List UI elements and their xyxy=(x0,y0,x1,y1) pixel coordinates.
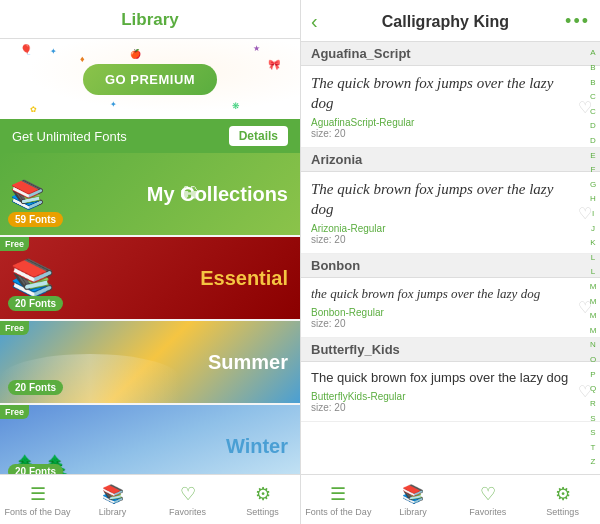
summer-decoration xyxy=(0,354,180,403)
right-library-label: Library xyxy=(399,507,427,517)
alpha-a[interactable]: A xyxy=(590,49,595,57)
right-fonts-day-icon: ☰ xyxy=(330,483,346,505)
aguafina-name: AguafinaScript-Regular xyxy=(311,117,570,128)
font-item-bonbon[interactable]: the quick brown fox jumps over the lazy … xyxy=(301,278,600,338)
section-butterfly-label: Butterfly_Kids xyxy=(311,342,400,357)
library-nav-label: Library xyxy=(99,507,127,517)
library-nav-icon: 📚 xyxy=(102,483,124,505)
library-title: Library xyxy=(121,10,179,29)
alpha-b1[interactable]: B xyxy=(590,64,595,72)
alpha-m2[interactable]: M xyxy=(590,298,597,306)
section-arizonia: Arizonia xyxy=(301,148,600,172)
details-button[interactable]: Details xyxy=(229,126,288,146)
butterfly-preview: The quick brown fox jumps over the lazy … xyxy=(311,370,570,387)
right-library-icon: 📚 xyxy=(402,483,424,505)
section-aguafina-label: Aguafina_Script xyxy=(311,46,411,61)
alpha-m3[interactable]: M xyxy=(590,312,597,320)
alpha-f[interactable]: F xyxy=(591,166,596,174)
left-nav-library[interactable]: 📚 Library xyxy=(75,475,150,524)
alpha-s2[interactable]: S xyxy=(590,429,595,437)
arizonia-preview: The quick brown fox jumps over the lazy … xyxy=(311,180,570,219)
right-settings-label: Settings xyxy=(546,507,579,517)
unlimited-bar: Get Unlimited Fonts Details xyxy=(0,119,300,153)
butterfly-name: ButterflyKids-Regular xyxy=(311,391,570,402)
collections-title: My Collections xyxy=(147,183,288,206)
summer-title: Summer xyxy=(208,351,288,374)
alpha-g[interactable]: G xyxy=(590,181,596,189)
collections-icon: 📚 xyxy=(10,178,45,211)
favorites-nav-icon: ♡ xyxy=(180,483,196,505)
alpha-b2[interactable]: B xyxy=(590,79,595,87)
confetti-4: ★ xyxy=(253,44,260,53)
back-button[interactable]: ‹ xyxy=(311,10,318,33)
confetti-2: ✦ xyxy=(50,47,57,56)
right-nav-fonts-day[interactable]: ☰ Fonts of the Day xyxy=(301,475,376,524)
butterfly-size: size: 20 xyxy=(311,402,570,413)
alpha-c2[interactable]: C xyxy=(590,108,596,116)
alpha-m1[interactable]: M xyxy=(590,283,597,291)
aguafina-size: size: 20 xyxy=(311,128,570,139)
fonts-day-label: Fonts of the Day xyxy=(4,507,70,517)
alpha-i[interactable]: I xyxy=(592,210,594,218)
section-bonbon-label: Bonbon xyxy=(311,258,360,273)
unlimited-text: Get Unlimited Fonts xyxy=(12,129,127,144)
alpha-d2[interactable]: D xyxy=(590,137,596,145)
arizonia-size: size: 20 xyxy=(311,234,570,245)
font-item-butterfly[interactable]: The quick brown fox jumps over the lazy … xyxy=(301,362,600,422)
font-item-arizonia[interactable]: The quick brown fox jumps over the lazy … xyxy=(301,172,600,254)
fonts-day-icon: ☰ xyxy=(30,483,46,505)
left-nav-fonts-day[interactable]: ☰ Fonts of the Day xyxy=(0,475,75,524)
my-collections-card[interactable]: 📚 🕶 My Collections 59 Fonts xyxy=(0,153,300,235)
alpha-j[interactable]: J xyxy=(591,225,595,233)
alpha-n[interactable]: N xyxy=(590,341,596,349)
aguafina-preview: The quick brown fox jumps over the lazy … xyxy=(311,74,570,113)
alpha-m4[interactable]: M xyxy=(590,327,597,335)
confetti-8: 🍎 xyxy=(130,49,141,59)
essential-card[interactable]: 📚 Free Essential 20 Fonts xyxy=(0,237,300,319)
alpha-h[interactable]: H xyxy=(590,195,596,203)
font-item-aguafina[interactable]: The quick brown fox jumps over the lazy … xyxy=(301,66,600,148)
section-aguafina: Aguafina_Script xyxy=(301,42,600,66)
bonbon-name: Bonbon-Regular xyxy=(311,307,570,318)
right-header: ‹ Calligraphy King ••• xyxy=(301,0,600,42)
alpha-s1[interactable]: S xyxy=(590,415,595,423)
left-panel: Library 🎈 ✦ ♦ ★ 🎀 ✿ ❋ 🍎 ✦ ✿ GO PREMIUM G… xyxy=(0,0,300,524)
alpha-p[interactable]: P xyxy=(590,371,595,379)
alpha-e[interactable]: E xyxy=(590,152,595,160)
alpha-o[interactable]: O xyxy=(590,356,596,364)
left-nav-favorites[interactable]: ♡ Favorites xyxy=(150,475,225,524)
essential-icon: 📚 xyxy=(10,257,55,299)
collections-area: 📚 🕶 My Collections 59 Fonts 📚 Free Essen… xyxy=(0,153,300,474)
alpha-q[interactable]: Q xyxy=(590,385,596,393)
summer-free-badge: Free xyxy=(0,321,29,335)
alpha-z[interactable]: Z xyxy=(591,458,596,466)
confetti-1: 🎈 xyxy=(20,44,32,55)
alpha-k[interactable]: K xyxy=(590,239,595,247)
go-premium-button[interactable]: GO PREMIUM xyxy=(83,64,217,95)
alpha-l1[interactable]: L xyxy=(591,254,595,262)
settings-nav-label: Settings xyxy=(246,507,279,517)
bonbon-size: size: 20 xyxy=(311,318,570,329)
confetti-7: ❋ xyxy=(232,101,240,111)
favorites-nav-label: Favorites xyxy=(169,507,206,517)
left-nav-settings[interactable]: ⚙ Settings xyxy=(225,475,300,524)
right-bottom-nav: ☰ Fonts of the Day 📚 Library ♡ Favorites… xyxy=(301,474,600,524)
alpha-r[interactable]: R xyxy=(590,400,596,408)
right-nav-favorites[interactable]: ♡ Favorites xyxy=(451,475,526,524)
alpha-c1[interactable]: C xyxy=(590,93,596,101)
right-panel: ‹ Calligraphy King ••• A B B C C D D E F… xyxy=(300,0,600,524)
winter-title: Winter xyxy=(226,435,288,458)
summer-card[interactable]: Free Summer 20 Fonts xyxy=(0,321,300,403)
more-button[interactable]: ••• xyxy=(565,11,590,32)
essential-title: Essential xyxy=(200,267,288,290)
section-bonbon: Bonbon xyxy=(301,254,600,278)
alpha-d1[interactable]: D xyxy=(590,122,596,130)
settings-nav-icon: ⚙ xyxy=(255,483,271,505)
winter-card[interactable]: 🌲🌲 Free Winter 20 Fonts xyxy=(0,405,300,474)
alphabet-index: A B B C C D D E F G H I J K L L M M M M … xyxy=(586,42,600,474)
right-nav-settings[interactable]: ⚙ Settings xyxy=(525,475,600,524)
right-nav-library[interactable]: 📚 Library xyxy=(376,475,451,524)
alpha-t[interactable]: T xyxy=(591,444,596,452)
bonbon-preview: the quick brown fox jumps over the lazy … xyxy=(311,286,570,303)
alpha-l2[interactable]: L xyxy=(591,268,595,276)
